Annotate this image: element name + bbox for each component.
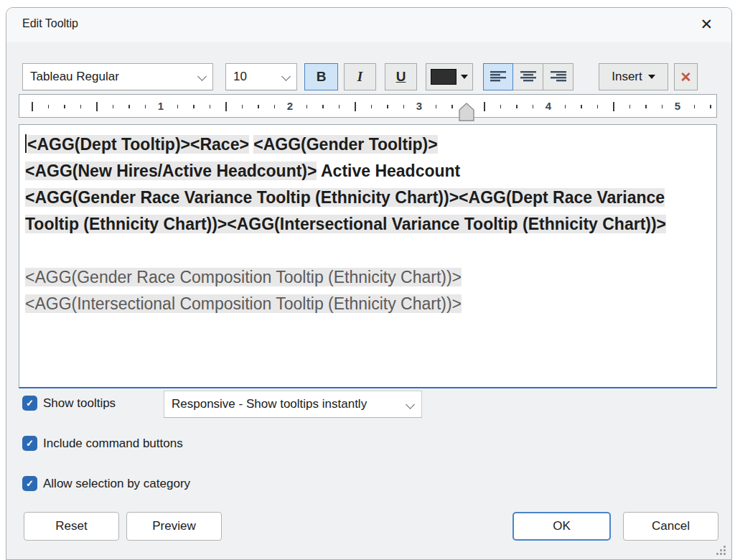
- ruler-tick: [96, 102, 98, 111]
- align-center-icon: [520, 70, 537, 84]
- ruler-tick: [355, 102, 356, 111]
- text-run: Active Headcount: [317, 162, 460, 180]
- text-caret: [25, 134, 27, 153]
- ok-button[interactable]: OK: [512, 512, 611, 541]
- include-command-buttons-label: Include command buttons: [43, 437, 183, 451]
- ruler-tick: [64, 105, 65, 108]
- field-pill[interactable]: <AGG(Gender Tooltip)>: [253, 135, 437, 154]
- align-left-button[interactable]: [483, 63, 513, 90]
- align-left-icon: [490, 70, 507, 84]
- chevron-down-icon: [281, 72, 291, 81]
- ruler-tick: [32, 102, 33, 111]
- format-toolbar: Tableau Regular 10 B I U: [22, 63, 698, 90]
- check-icon: ✓: [26, 398, 34, 409]
- include-command-buttons-row: ✓ Include command buttons: [22, 436, 183, 451]
- italic-button[interactable]: I: [344, 63, 376, 90]
- check-icon: ✓: [26, 438, 34, 449]
- editor-line: <AGG(Dept Tooltip)><Race> <AGG(Gender To…: [25, 131, 711, 158]
- ruler-tick: [694, 105, 696, 108]
- tooltip-behavior-value: Responsive - Show tooltips instantly: [172, 397, 367, 411]
- ruler-tick: [322, 105, 324, 108]
- ruler-tick: [581, 105, 582, 108]
- align-center-button[interactable]: [513, 63, 543, 90]
- ruler-tick: [451, 105, 453, 108]
- ruler-tick: [145, 105, 146, 108]
- editor-line: <AGG(Gender Race Variance Tooltip (Ethni…: [25, 185, 711, 238]
- ruler-tick: [193, 105, 195, 108]
- ruler-tick: [177, 105, 179, 108]
- ruler-number: 3: [412, 100, 426, 112]
- ruler-tick: [128, 105, 130, 108]
- ruler-number: 2: [283, 100, 297, 112]
- ruler-tick: [339, 105, 340, 108]
- allow-selection-label: Allow selection by category: [43, 477, 190, 491]
- allow-selection-row: ✓ Allow selection by category: [22, 476, 190, 491]
- dialog-title: Edit Tooltip: [22, 17, 78, 30]
- tooltip-behavior-select[interactable]: Responsive - Show tooltips instantly: [164, 391, 422, 418]
- ruler-tick: [306, 105, 308, 108]
- ruler-tick: [210, 105, 211, 108]
- font-size-select[interactable]: 10: [225, 63, 297, 90]
- chevron-down-icon: [197, 72, 207, 81]
- indent-slider[interactable]: [459, 103, 474, 121]
- close-icon[interactable]: ✕: [700, 15, 713, 34]
- check-icon: ✓: [26, 478, 34, 489]
- ruler-tick: [662, 105, 663, 108]
- font-color-picker[interactable]: [426, 63, 473, 90]
- include-command-buttons-checkbox[interactable]: ✓: [22, 436, 37, 451]
- resize-grip[interactable]: [716, 546, 726, 556]
- preview-button[interactable]: Preview: [126, 512, 222, 541]
- font-family-select[interactable]: Tableau Regular: [22, 63, 213, 90]
- ruler-tick: [48, 105, 50, 108]
- show-tooltips-row: ✓ Show tooltips Responsive - Show toolti…: [22, 396, 116, 411]
- dropdown-arrow-icon: [461, 75, 468, 79]
- dialog-titlebar: Edit Tooltip ✕: [6, 8, 731, 42]
- ruler-tick: [371, 105, 373, 108]
- color-swatch-icon: [431, 69, 457, 85]
- align-right-button[interactable]: [543, 63, 574, 90]
- underline-button[interactable]: U: [385, 63, 417, 90]
- chevron-down-icon: [406, 400, 415, 409]
- clear-formatting-button[interactable]: ✕: [674, 63, 698, 90]
- reset-button[interactable]: Reset: [24, 512, 119, 541]
- ruler-tick: [258, 105, 259, 108]
- ruler-tick: [597, 105, 599, 108]
- show-tooltips-label: Show tooltips: [43, 396, 116, 411]
- ruler-tick: [484, 102, 485, 111]
- field-pill[interactable]: <AGG(Intersectional Composition Tooltip …: [25, 294, 462, 313]
- bold-button[interactable]: B: [304, 63, 338, 90]
- insert-menu-button[interactable]: Insert: [599, 63, 668, 90]
- ruler-tick: [613, 102, 614, 111]
- ruler-tick: [516, 105, 518, 108]
- ruler-tick: [80, 105, 82, 108]
- editor-line: [25, 238, 711, 264]
- font-size-value: 10: [233, 70, 247, 84]
- ruler-number: 5: [670, 100, 685, 112]
- ruler-tick: [565, 105, 566, 108]
- field-pill[interactable]: <AGG(New Hires/Active Headcount)>: [25, 162, 317, 180]
- editor-line: <AGG(Gender Race Composition Tooltip (Et…: [25, 264, 711, 291]
- insert-label: Insert: [612, 70, 642, 84]
- ruler-tick: [274, 105, 276, 108]
- ruler-tick: [500, 105, 502, 108]
- dropdown-arrow-icon: [648, 75, 655, 79]
- ruler-tick: [225, 102, 227, 111]
- ruler-tick: [113, 105, 114, 108]
- ruler-tick: [436, 105, 437, 108]
- field-pill[interactable]: <AGG(Gender Race Variance Tooltip (Ethni…: [25, 188, 666, 233]
- ruler-tick: [242, 105, 243, 108]
- ruler-tick: [629, 105, 631, 108]
- cancel-button[interactable]: Cancel: [623, 512, 718, 541]
- allow-selection-checkbox[interactable]: ✓: [22, 476, 37, 491]
- field-pill[interactable]: <AGG(Dept Tooltip)><Race>: [27, 135, 249, 154]
- editor-line: <AGG(Intersectional Composition Tooltip …: [25, 291, 711, 317]
- show-tooltips-checkbox[interactable]: ✓: [22, 396, 37, 411]
- ruler-tick: [387, 105, 388, 108]
- tooltip-editor[interactable]: <AGG(Dept Tooltip)><Race> <AGG(Gender To…: [19, 124, 717, 388]
- font-family-value: Tableau Regular: [30, 70, 119, 84]
- ruler: 12345: [19, 94, 717, 118]
- ruler-tick: [645, 105, 647, 108]
- ruler-tick: [403, 105, 405, 108]
- alignment-group: [483, 63, 574, 90]
- field-pill[interactable]: <AGG(Gender Race Composition Tooltip (Et…: [25, 268, 462, 286]
